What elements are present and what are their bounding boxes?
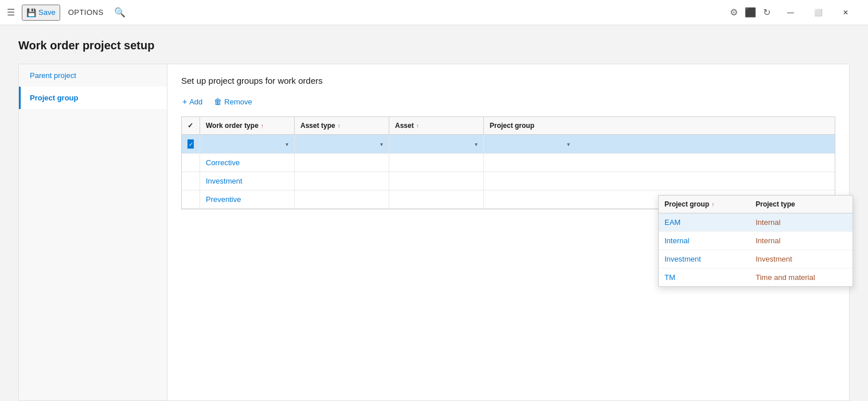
option-group: EAM: [664, 218, 756, 227]
table-row[interactable]: ✓ ▾ ▾ ▾ ▾: [182, 135, 835, 154]
dropdown-col-project-type: Project type: [756, 200, 847, 208]
close-button[interactable]: ✕: [832, 3, 859, 22]
maximize-button[interactable]: ⬜: [805, 3, 831, 22]
save-icon: 💾: [26, 8, 36, 17]
row-check: [182, 190, 200, 208]
minimize-button[interactable]: —: [777, 3, 804, 22]
table-header: ✓ Work order type ↑ Asset type ↑ Asset ↑: [182, 117, 835, 135]
hamburger-icon[interactable]: ☰: [5, 5, 17, 20]
col-work-order-type-label: Work order type: [206, 122, 259, 130]
table-row[interactable]: Corrective: [182, 154, 835, 172]
options-button[interactable]: OPTIONS: [65, 6, 107, 19]
sort-icon: ↑: [711, 201, 714, 208]
col-check: ✓: [182, 117, 200, 134]
chevron-down-icon: ▾: [567, 141, 570, 147]
sort-icon: ↑: [261, 123, 264, 129]
project-group-dropdown: Project group ↑ Project type EAM Interna…: [658, 195, 853, 287]
col-project-group-label: Project group: [490, 122, 534, 130]
save-button[interactable]: 💾 Save: [22, 5, 60, 21]
option-type: Internal: [756, 236, 847, 245]
row-check[interactable]: ✓: [182, 135, 200, 153]
search-icon[interactable]: 🔍: [112, 5, 128, 20]
add-label: Add: [189, 98, 202, 106]
title-bar: ☰ 💾 Save OPTIONS 🔍 ⚙ ⬛ ↻ — ⬜ ✕: [0, 0, 868, 25]
toolbar: + Add 🗑 Remove: [181, 95, 835, 108]
dropdown-col-project-group[interactable]: Project group ↑: [664, 200, 756, 208]
row-asset: [389, 190, 484, 208]
sort-icon: ↑: [416, 123, 419, 129]
add-button[interactable]: + Add: [181, 95, 204, 108]
row-asset-type: [295, 190, 389, 208]
main-content: Work order project setup Parent project …: [0, 25, 868, 401]
row-work-order-type[interactable]: ▾: [200, 135, 295, 153]
sidebar-item-label: Project group: [30, 94, 79, 102]
row-project-group: [484, 172, 576, 190]
option-type: Time and material: [756, 273, 847, 282]
row-work-order-type[interactable]: Investment: [200, 172, 295, 190]
row-work-order-type[interactable]: Corrective: [200, 154, 295, 172]
row-asset[interactable]: ▾: [389, 135, 484, 153]
remove-button[interactable]: 🗑 Remove: [213, 95, 253, 108]
checkbox-checked: ✓: [187, 139, 194, 149]
col-asset-type-label: Asset type: [300, 122, 335, 130]
col-asset-type[interactable]: Asset type ↑: [295, 117, 389, 134]
sort-icon: ↑: [338, 123, 341, 129]
refresh-icon[interactable]: ↻: [763, 7, 771, 18]
chevron-down-icon: ▾: [286, 141, 288, 147]
row-asset: [389, 154, 484, 172]
window-controls: — ⬜ ✕: [777, 3, 859, 22]
sidebar-item-project-group[interactable]: Project group: [19, 87, 167, 109]
row-asset-type: [295, 172, 389, 190]
sidebar-item-label: Parent project: [30, 71, 76, 80]
col-asset[interactable]: Asset ↑: [389, 117, 484, 134]
option-type: Investment: [756, 255, 847, 263]
option-type: Internal: [756, 218, 847, 227]
table-row[interactable]: Investment: [182, 172, 835, 190]
right-panel: Set up project groups for work orders + …: [167, 64, 850, 401]
row-asset-type[interactable]: ▾: [295, 135, 389, 153]
save-label: Save: [38, 8, 56, 17]
row-project-group: [484, 154, 576, 172]
sidebar: Parent project Project group: [18, 64, 167, 401]
chevron-down-icon: ▾: [380, 141, 383, 147]
dropdown-option-tm[interactable]: TM Time and material: [659, 268, 853, 286]
row-asset-type: [295, 154, 389, 172]
dropdown-col-label: Project group: [664, 200, 709, 208]
dropdown-option-investment[interactable]: Investment Investment: [659, 250, 853, 268]
settings-icon[interactable]: ⚙: [730, 7, 738, 18]
check-header-icon: ✓: [187, 122, 193, 130]
chevron-down-icon: ▾: [475, 141, 478, 147]
remove-icon: 🗑: [214, 97, 222, 106]
dropdown-option-eam[interactable]: EAM Internal: [659, 213, 853, 232]
remove-label: Remove: [224, 98, 252, 106]
sidebar-item-parent-project[interactable]: Parent project: [19, 64, 167, 87]
col-asset-label: Asset: [395, 122, 414, 130]
option-group: TM: [664, 273, 756, 282]
content-area: Parent project Project group Set up proj…: [18, 64, 850, 401]
row-project-group[interactable]: ▾: [484, 135, 576, 153]
row-check: [182, 172, 200, 190]
page-title: Work order project setup: [18, 39, 850, 52]
panel-title: Set up project groups for work orders: [181, 76, 835, 85]
dropdown-option-internal[interactable]: Internal Internal: [659, 232, 853, 250]
add-icon: +: [182, 97, 187, 106]
office-icon[interactable]: ⬛: [745, 7, 756, 18]
row-check: [182, 154, 200, 172]
col-project-group: Project group: [484, 117, 576, 134]
col-work-order-type[interactable]: Work order type ↑: [200, 117, 295, 134]
option-group: Internal: [664, 236, 756, 245]
dropdown-col-label: Project type: [756, 200, 795, 208]
dropdown-header: Project group ↑ Project type: [659, 196, 853, 213]
row-work-order-type[interactable]: Preventive: [200, 190, 295, 208]
row-project-group: [484, 190, 576, 208]
row-asset: [389, 172, 484, 190]
option-group: Investment: [664, 255, 756, 263]
